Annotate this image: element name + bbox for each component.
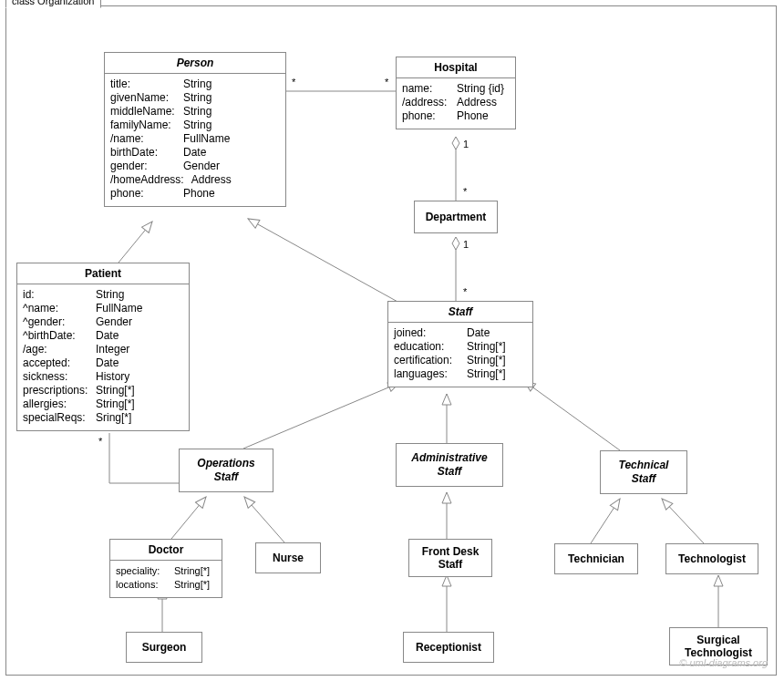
class-nurse: Nurse xyxy=(255,542,321,573)
class-technical-staff: Technical Staff xyxy=(600,450,687,494)
class-technician-title: Technician xyxy=(555,544,637,573)
class-staff: Staff joined:Date education:String[*] ce… xyxy=(387,301,533,387)
mult-person-hospital-left: * xyxy=(292,77,295,88)
class-technologist: Technologist xyxy=(665,543,758,574)
mult-dept-staff-one: 1 xyxy=(463,239,469,250)
class-surgeon: Surgeon xyxy=(126,632,202,663)
class-patient-attrs: id:String ^name:FullName ^gender:Gender … xyxy=(17,284,189,430)
class-operations-staff-title: Operations Staff xyxy=(180,449,273,491)
class-hospital-title: Hospital xyxy=(397,57,515,78)
mult-hospital-dept-many: * xyxy=(463,186,467,197)
class-person-title: Person xyxy=(105,53,285,74)
class-doctor-title: Doctor xyxy=(110,540,222,561)
class-operations-staff: Operations Staff xyxy=(179,449,273,492)
class-hospital: Hospital name:String {id} /address:Addre… xyxy=(396,57,516,129)
class-receptionist: Receptionist xyxy=(403,632,494,663)
uml-diagram-canvas: class Organization xyxy=(0,0,784,681)
class-staff-title: Staff xyxy=(388,302,532,323)
class-administrative-staff-title: Administrative Staff xyxy=(397,444,502,486)
class-front-desk-staff-title: Front Desk Staff xyxy=(409,540,491,576)
class-patient: Patient id:String ^name:FullName ^gender… xyxy=(16,263,190,431)
mult-hospital-dept-one: 1 xyxy=(463,139,469,150)
class-front-desk-staff: Front Desk Staff xyxy=(408,539,492,577)
mult-patient-ops-left: * xyxy=(98,436,102,447)
mult-person-hospital-right: * xyxy=(385,77,388,88)
class-staff-attrs: joined:Date education:String[*] certific… xyxy=(388,323,532,387)
class-patient-title: Patient xyxy=(17,263,189,284)
class-administrative-staff: Administrative Staff xyxy=(396,443,503,487)
class-receptionist-title: Receptionist xyxy=(404,633,493,662)
class-department-title: Department xyxy=(415,201,497,232)
class-technician: Technician xyxy=(554,543,638,574)
class-technical-staff-title: Technical Staff xyxy=(601,451,686,493)
class-doctor-attrs: speciality:String[*] locations:String[*] xyxy=(110,561,222,597)
frame-title: class Organization xyxy=(5,0,101,8)
class-doctor: Doctor speciality:String[*] locations:St… xyxy=(109,539,222,598)
watermark: © uml-diagrams.org xyxy=(679,657,768,668)
class-hospital-attrs: name:String {id} /address:Address phone:… xyxy=(397,78,515,129)
class-department: Department xyxy=(414,201,498,233)
class-surgeon-title: Surgeon xyxy=(127,633,201,662)
class-person: Person title:String givenName:String mid… xyxy=(104,52,286,207)
class-nurse-title: Nurse xyxy=(256,543,320,573)
mult-dept-staff-many: * xyxy=(463,286,467,297)
class-person-attrs: title:String givenName:String middleName… xyxy=(105,74,285,206)
class-technologist-title: Technologist xyxy=(666,544,758,573)
